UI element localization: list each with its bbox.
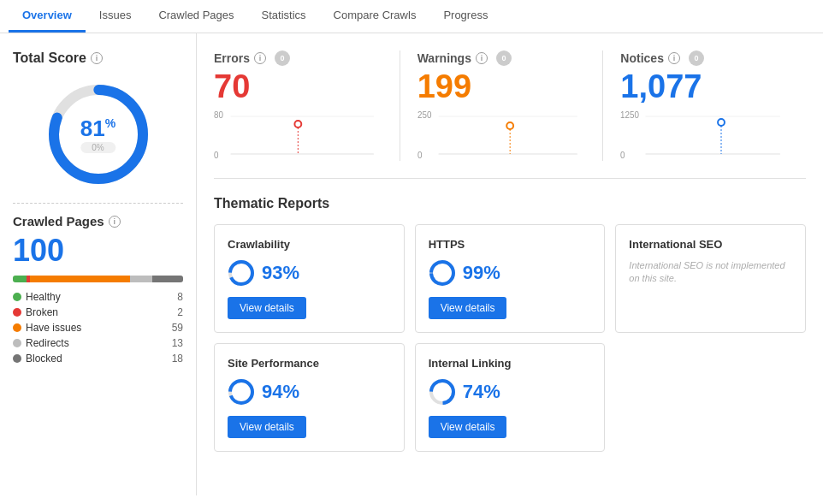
total-score-info-icon[interactable]: i bbox=[91, 52, 103, 64]
report-donut-site-performance bbox=[228, 378, 255, 406]
bar-have-issues bbox=[30, 276, 130, 282]
svg-text:0: 0 bbox=[620, 151, 625, 160]
left-panel: Total Score i 81% 0% Crawled Pages i 100 bbox=[0, 33, 197, 495]
view-details-button-internal-linking[interactable]: View details bbox=[429, 416, 507, 438]
bar-blocked bbox=[152, 276, 183, 282]
notices-card: Notices i 0 1,077 1250 0 bbox=[602, 50, 806, 161]
report-card-crawlability: Crawlability 93% View details bbox=[214, 224, 405, 333]
errors-label: Errors i 0 bbox=[214, 50, 382, 66]
legend-item-healthy: Healthy 8 bbox=[13, 291, 183, 303]
report-score-value-crawlability: 93% bbox=[262, 262, 299, 284]
errors-badge: 0 bbox=[275, 50, 290, 66]
svg-point-18 bbox=[718, 119, 725, 126]
tab-overview[interactable]: Overview bbox=[9, 0, 86, 33]
svg-point-25 bbox=[230, 381, 252, 403]
report-score-internal-linking: 74% bbox=[429, 378, 592, 406]
notices-badge: 0 bbox=[689, 50, 704, 66]
report-score-value-internal-linking: 74% bbox=[463, 381, 500, 403]
tab-progress[interactable]: Progress bbox=[429, 0, 501, 33]
warnings-info-icon[interactable]: i bbox=[476, 52, 488, 64]
legend-count-broken: 2 bbox=[177, 306, 183, 318]
view-details-button-crawlability[interactable]: View details bbox=[228, 297, 306, 319]
crawled-pages-section: Crawled Pages i bbox=[13, 214, 183, 228]
thematic-reports-section: Thematic Reports Crawlability 93% View d… bbox=[214, 196, 806, 452]
legend: Healthy 8 Broken 2 Have issues 59 Redire… bbox=[13, 291, 183, 365]
report-donut-https bbox=[429, 259, 456, 287]
legend-count-have-issues: 59 bbox=[172, 322, 183, 334]
warnings-label: Warnings i 0 bbox=[417, 50, 586, 66]
report-score-value-https: 99% bbox=[463, 262, 500, 284]
legend-count-healthy: 8 bbox=[177, 291, 183, 303]
report-donut-crawlability bbox=[228, 259, 255, 287]
errors-info-icon[interactable]: i bbox=[254, 52, 266, 64]
report-card-international-seo: International SEO International SEO is n… bbox=[615, 224, 806, 333]
crawled-count: 100 bbox=[13, 233, 183, 269]
crawled-bar bbox=[13, 276, 183, 282]
crawled-pages-info-icon[interactable]: i bbox=[109, 216, 121, 228]
thematic-reports-title: Thematic Reports bbox=[214, 196, 806, 211]
svg-text:1250: 1250 bbox=[620, 110, 639, 120]
tab-compare-crawls[interactable]: Compare Crawls bbox=[320, 0, 430, 33]
report-title-site-performance: Site Performance bbox=[228, 357, 391, 370]
svg-text:80: 80 bbox=[214, 110, 223, 120]
legend-label-blocked: Blocked bbox=[26, 353, 62, 365]
score-zero-badge: 0% bbox=[80, 142, 115, 153]
errors-card: Errors i 0 70 80 0 bbox=[214, 50, 400, 161]
legend-count-blocked: 18 bbox=[172, 353, 183, 365]
crawled-pages-label: Crawled Pages bbox=[13, 214, 104, 228]
right-panel: Errors i 0 70 80 0 bbox=[197, 33, 823, 495]
score-value: 81% bbox=[80, 116, 115, 142]
warnings-sparkline: 250 0 bbox=[417, 110, 586, 161]
legend-item-broken: Broken 2 bbox=[13, 306, 183, 318]
legend-label-broken: Broken bbox=[26, 306, 58, 318]
svg-point-21 bbox=[230, 262, 252, 284]
notices-info-icon[interactable]: i bbox=[668, 52, 680, 64]
svg-point-23 bbox=[431, 262, 453, 284]
nav-tabs: OverviewIssuesCrawled PagesStatisticsCom… bbox=[0, 0, 823, 33]
svg-text:0: 0 bbox=[214, 151, 219, 160]
svg-text:250: 250 bbox=[417, 110, 432, 120]
report-title-internal-linking: Internal Linking bbox=[429, 357, 592, 370]
legend-dot-blocked bbox=[13, 354, 21, 363]
bar-healthy bbox=[13, 276, 27, 282]
view-details-button-site-performance[interactable]: View details bbox=[228, 416, 306, 438]
report-score-crawlability: 93% bbox=[228, 259, 391, 287]
report-score-value-site-performance: 94% bbox=[262, 381, 299, 403]
legend-dot-healthy bbox=[13, 293, 21, 301]
metrics-row: Errors i 0 70 80 0 bbox=[214, 50, 806, 179]
report-score-site-performance: 94% bbox=[228, 378, 391, 406]
legend-dot-have-issues bbox=[13, 323, 21, 332]
warnings-card: Warnings i 0 199 250 0 bbox=[400, 50, 603, 161]
notices-value: 1,077 bbox=[620, 70, 789, 103]
tab-issues[interactable]: Issues bbox=[86, 0, 145, 33]
legend-label-healthy: Healthy bbox=[26, 291, 61, 303]
score-donut-chart: 81% 0% bbox=[43, 79, 154, 190]
report-card-internal-linking: Internal Linking 74% View details bbox=[415, 343, 606, 452]
view-details-button-https[interactable]: View details bbox=[429, 297, 507, 319]
notices-label: Notices i 0 bbox=[620, 50, 789, 66]
errors-value: 70 bbox=[214, 70, 382, 103]
legend-dot-redirects bbox=[13, 339, 21, 347]
legend-dot-broken bbox=[13, 308, 21, 317]
reports-grid: Crawlability 93% View details HTTPS 99% … bbox=[214, 224, 806, 452]
svg-text:0: 0 bbox=[417, 151, 423, 160]
report-card-https: HTTPS 99% View details bbox=[415, 224, 606, 333]
report-score-https: 99% bbox=[429, 259, 592, 287]
bar-redirects bbox=[130, 276, 152, 282]
total-score-label: Total Score bbox=[13, 50, 86, 66]
tab-crawled-pages[interactable]: Crawled Pages bbox=[145, 0, 247, 33]
intl-seo-note: International SEO is not implemented on … bbox=[629, 259, 792, 286]
notices-sparkline: 1250 0 bbox=[620, 110, 789, 161]
errors-sparkline: 80 0 bbox=[214, 110, 382, 161]
svg-point-6 bbox=[294, 121, 301, 127]
svg-point-12 bbox=[506, 122, 513, 129]
tab-statistics[interactable]: Statistics bbox=[248, 0, 320, 33]
divider bbox=[13, 203, 183, 204]
report-title-https: HTTPS bbox=[429, 238, 592, 251]
legend-item-blocked: Blocked 18 bbox=[13, 353, 183, 365]
report-card-site-performance: Site Performance 94% View details bbox=[214, 343, 405, 452]
report-title-international-seo: International SEO bbox=[629, 238, 792, 251]
legend-label-have-issues: Have issues bbox=[26, 322, 81, 334]
warnings-value: 199 bbox=[417, 70, 586, 103]
legend-item-have-issues: Have issues 59 bbox=[13, 322, 183, 334]
